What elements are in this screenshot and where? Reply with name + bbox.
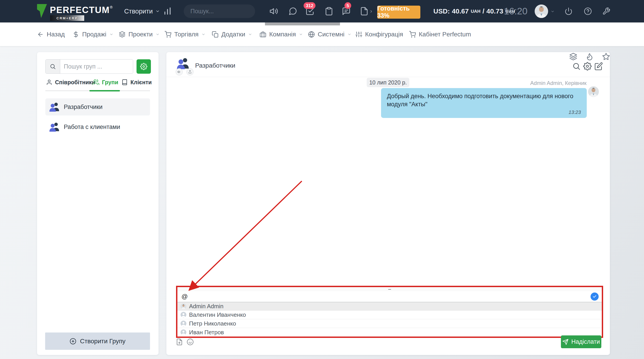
create-menu-button[interactable]: Створити bbox=[124, 0, 160, 23]
send-button[interactable]: Надіслати bbox=[561, 335, 601, 348]
help-icon[interactable] bbox=[584, 7, 592, 15]
group-search-input[interactable] bbox=[60, 60, 133, 74]
mention-avatar bbox=[180, 312, 186, 318]
readiness-button[interactable]: Готовність 33% bbox=[377, 6, 420, 19]
nav-company-label: Компанія bbox=[269, 31, 296, 38]
chat-title: Разработчики bbox=[195, 62, 235, 69]
clipboard-icon[interactable] bbox=[324, 7, 334, 16]
mention-avatar bbox=[180, 329, 186, 335]
arrow-left-icon bbox=[37, 31, 44, 38]
tab-employees-label: Співробітники bbox=[55, 79, 95, 86]
cart-icon bbox=[164, 31, 171, 38]
chevron-down-icon bbox=[109, 32, 114, 36]
group-search[interactable] bbox=[45, 59, 133, 74]
chevron-down-icon bbox=[156, 32, 160, 36]
chat-mute-button[interactable] bbox=[176, 68, 183, 76]
chat-share-button[interactable] bbox=[186, 68, 194, 76]
account-chevron-icon[interactable] bbox=[550, 10, 555, 14]
currency-unit: UAH bbox=[471, 9, 480, 14]
chevron-down-icon bbox=[248, 32, 252, 36]
emoji-icon[interactable] bbox=[186, 338, 194, 345]
create-menu-label: Створити bbox=[124, 8, 153, 15]
mention-annotation-box: – @ Admin Admin Валентин Иванченко Петр … bbox=[176, 286, 603, 338]
layers-icon[interactable] bbox=[569, 53, 577, 61]
active-tab-indicator bbox=[89, 90, 120, 91]
composer-value: @ bbox=[182, 293, 590, 300]
bar-chart-icon[interactable] bbox=[163, 7, 172, 16]
people-icon bbox=[92, 79, 99, 86]
tools-icon[interactable] bbox=[602, 7, 610, 15]
tab-clients[interactable]: Клієнти bbox=[122, 77, 152, 87]
layers-icon bbox=[119, 31, 126, 38]
date-chip: 10 лип 2020 р. bbox=[367, 78, 409, 87]
message-bubble: Добрый день. Необходимо подготовить доку… bbox=[381, 88, 587, 118]
tab-groups[interactable]: Групи bbox=[92, 77, 118, 87]
attach-file-icon[interactable] bbox=[176, 338, 183, 345]
message-text: Добрый день. Необходимо подготовить доку… bbox=[387, 92, 581, 109]
currency-label: USD: bbox=[434, 8, 450, 15]
new-message-icon[interactable] bbox=[594, 62, 603, 71]
module-nav-bar: Назад Продажі Проекти Торгівля Додатки К… bbox=[0, 23, 644, 46]
group-list-item[interactable]: Работа с клиентами bbox=[45, 120, 150, 134]
nav-trade-label: Торгівля bbox=[174, 31, 198, 38]
message-author: Admin Admin, Керівник bbox=[530, 80, 586, 86]
tab-clients-label: Клієнти bbox=[130, 79, 152, 86]
message-time: 13:23 bbox=[387, 109, 581, 115]
chevron-down-icon bbox=[156, 9, 160, 14]
chat-header-divider bbox=[166, 77, 610, 77]
contacts-sidebar: Співробітники Групи Клієнти Разработчики… bbox=[37, 52, 158, 355]
tasks-badge: 312 bbox=[304, 2, 316, 9]
search-icon bbox=[50, 63, 56, 70]
mention-avatar-photo bbox=[180, 303, 186, 309]
chat-bubble-icon[interactable] bbox=[288, 7, 297, 16]
global-search[interactable] bbox=[184, 5, 255, 18]
composer-attachments bbox=[176, 338, 194, 345]
global-search-input[interactable] bbox=[190, 8, 270, 15]
sidebar-settings-button[interactable] bbox=[136, 59, 151, 74]
nav-back[interactable]: Назад bbox=[37, 23, 65, 46]
nav-cabinet-label: Кабінет Perfectum bbox=[419, 31, 471, 38]
nav-apps[interactable]: Додатки bbox=[212, 23, 252, 46]
nav-projects[interactable]: Проекти bbox=[119, 23, 160, 46]
mention-option[interactable]: Петр Николаенко bbox=[178, 319, 602, 328]
mention-option[interactable]: Admin Admin bbox=[178, 302, 602, 311]
chat-search-icon[interactable] bbox=[572, 62, 581, 71]
composer-resize-handle[interactable]: – bbox=[178, 287, 602, 291]
comments-badge: 5 bbox=[344, 2, 351, 9]
confirm-check-button[interactable] bbox=[590, 292, 599, 301]
user-avatar[interactable] bbox=[535, 5, 548, 18]
mention-option[interactable]: Валентин Иванченко bbox=[178, 311, 602, 319]
mention-avatar bbox=[180, 320, 186, 326]
message-avatar-photo bbox=[588, 86, 599, 97]
mention-name: Петр Николаенко bbox=[189, 320, 236, 327]
nav-system[interactable]: Системні bbox=[308, 23, 352, 46]
brand-subtitle: CRM+ERP bbox=[50, 15, 84, 21]
nav-trade[interactable]: Торгівля bbox=[164, 23, 206, 46]
nav-cabinet[interactable]: Кабінет Perfectum bbox=[409, 23, 471, 46]
flame-icon[interactable] bbox=[586, 53, 594, 61]
composer-input[interactable]: @ bbox=[178, 291, 602, 302]
create-group-button[interactable]: Створити Групу bbox=[45, 332, 150, 350]
group-list-item[interactable]: Разработчики bbox=[45, 98, 150, 116]
group-name: Разработчики bbox=[64, 104, 102, 111]
tab-employees[interactable]: Співробітники bbox=[46, 77, 95, 87]
chat-settings-icon[interactable] bbox=[583, 62, 592, 71]
message-avatar bbox=[588, 86, 599, 97]
logout-power-icon[interactable] bbox=[564, 7, 572, 15]
sound-icon[interactable] bbox=[270, 7, 278, 16]
horizontal-scrollbar-thumb[interactable] bbox=[265, 23, 340, 25]
briefcase-icon bbox=[260, 31, 266, 38]
search-icon-box bbox=[46, 60, 60, 74]
user-avatar-photo bbox=[535, 5, 548, 18]
nav-configuration[interactable]: Конфігурація bbox=[356, 23, 403, 46]
chevron-right-icon bbox=[369, 10, 373, 14]
nav-company[interactable]: Компанія bbox=[260, 23, 303, 46]
nav-sales[interactable]: Продажі bbox=[72, 23, 114, 46]
star-icon[interactable] bbox=[602, 53, 610, 61]
mention-option[interactable]: Иван Петров bbox=[178, 328, 602, 336]
mention-name: Валентин Иванченко bbox=[189, 311, 246, 318]
sliders-icon bbox=[356, 31, 362, 38]
mention-name: Иван Петров bbox=[189, 329, 224, 336]
chevron-down-icon bbox=[347, 32, 352, 36]
document-export-icon[interactable] bbox=[360, 7, 369, 16]
